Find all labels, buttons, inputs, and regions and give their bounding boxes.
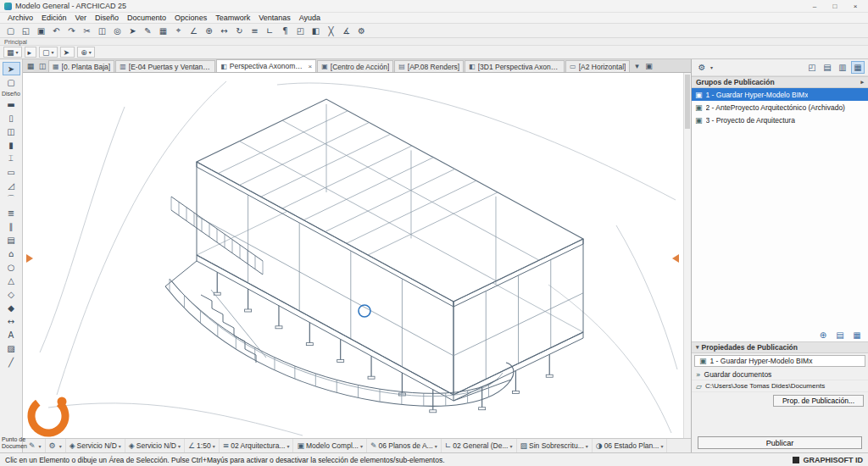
override-selector[interactable]: ▨Sin Sobrescritu...▾ [517, 439, 593, 452]
scale-selector[interactable]: ∠1:50▾ [185, 439, 220, 452]
popup-navigator-icon[interactable]: ▦ [25, 60, 36, 71]
close-button[interactable]: × [847, 3, 864, 10]
morph-tool-icon[interactable]: ◆ [3, 301, 20, 314]
drawing-canvas[interactable] [23, 73, 683, 438]
menu-item[interactable]: Ventanas [254, 14, 295, 22]
column-tool-icon[interactable]: ▮ [3, 138, 20, 152]
publisher-set-selector[interactable]: ▣ 1 - Guardar Hyper-Modelo BIMx [694, 355, 865, 367]
tab-perspectiva-axonometrica[interactable]: ◧Perspectiva Axonométrica ...× [216, 59, 316, 72]
shell-tool-icon[interactable]: ⌒ [3, 192, 20, 206]
add-set-icon[interactable]: ⊕ [816, 329, 830, 341]
orbit-icon[interactable]: ↻ [232, 25, 247, 37]
view-settings-icon[interactable]: ▦▾ [3, 47, 22, 58]
set-view-icon[interactable]: ▦ [850, 329, 864, 341]
project-map-icon[interactable]: ◰ [805, 61, 819, 74]
menu-item[interactable]: Documento [123, 14, 170, 22]
favorites-icon[interactable]: ✎▾ [25, 439, 46, 452]
menu-item[interactable]: Opciones [170, 14, 211, 22]
group-icon[interactable]: ◰ [293, 25, 308, 37]
zoom-mode-icon[interactable]: ⊕▾ [77, 47, 95, 58]
panel-menu-icon[interactable]: ⚙ [695, 61, 709, 74]
open-file-icon[interactable]: ◱ [19, 25, 33, 37]
publish-button[interactable]: Publicar [698, 436, 862, 449]
tab-3d-perspectiva[interactable]: ◧[3D1 Perspectiva Axonom... [465, 60, 565, 72]
menu-item[interactable]: Archivo [3, 14, 37, 22]
minimize-button[interactable]: – [806, 3, 823, 10]
tab-overflow-icon[interactable]: ▾ [631, 60, 643, 71]
lamp-tool-icon[interactable]: ○ [3, 260, 20, 274]
scrollbar-thumb[interactable] [685, 75, 690, 129]
layers-icon[interactable]: ≡ [248, 25, 262, 37]
fill-tool-icon[interactable]: ▨ [3, 341, 20, 355]
publisher-properties-header[interactable]: ▾ Propiedades de Publicación [692, 341, 868, 353]
undo-icon[interactable]: ↶ [49, 25, 64, 37]
boolean-icon[interactable]: ◧ [309, 25, 323, 37]
marquee-tool-icon[interactable]: ▢ [3, 75, 20, 89]
tab-a2-horizontal[interactable]: ▭[A2 Horizontal] [565, 60, 630, 72]
menu-item[interactable]: Ayuda [295, 14, 325, 22]
layer-combination-selector[interactable]: ≡02 Arquitectura...▾ [220, 439, 294, 452]
view-map-icon[interactable]: ▤ [821, 61, 834, 74]
tree-view-icon[interactable]: ◫ [36, 60, 48, 71]
trim-icon[interactable]: ╳ [324, 25, 338, 37]
run-icon[interactable]: ▸ [25, 47, 37, 58]
grid-icon[interactable]: ▦ [156, 25, 170, 37]
roof-tool-icon[interactable]: ◿ [3, 179, 20, 192]
options-icon[interactable]: ⚙ [354, 25, 369, 37]
marquee-mode-icon[interactable]: ▢▾ [39, 47, 58, 58]
save-icon[interactable]: ▣ [34, 25, 48, 37]
canvas-vertical-scrollbar[interactable] [683, 73, 691, 438]
tab-planta-baja[interactable]: ▦[0. Planta Baja] [48, 60, 114, 72]
publisher-set-1[interactable]: ▣1 - Guardar Hyper-Modelo BIMx [692, 88, 868, 101]
menu-item[interactable]: Edición [37, 14, 71, 22]
publisher-icon[interactable]: ▦ [851, 61, 865, 74]
redo-icon[interactable]: ↷ [64, 25, 79, 37]
label-icon[interactable]: ¶ [278, 25, 292, 37]
tab-close-icon[interactable]: × [309, 63, 313, 70]
new-file-icon[interactable]: ▢ [3, 25, 18, 37]
open-3d-window-icon[interactable]: ▣ [643, 60, 654, 71]
chevron-right-icon[interactable]: ▸ [860, 79, 864, 86]
tab-renders[interactable]: ▤[AP.08 Renders] [394, 60, 464, 72]
window-tool-icon[interactable]: ◫ [3, 125, 20, 138]
dimension-style-selector[interactable]: ∟02 General (De...▾ [442, 439, 517, 452]
text-tool-icon[interactable]: A [3, 328, 20, 341]
menu-item[interactable]: Ver [71, 14, 92, 22]
teamwork-receive-status[interactable]: ◈Servicio N/D▾ [125, 439, 185, 452]
publisher-set-2[interactable]: ▣2 - AnteProyecto Arquitectónico (Archiv… [692, 101, 868, 114]
measure-icon[interactable]: ∡ [339, 25, 353, 37]
arrow-tool-icon[interactable]: ➤ [3, 62, 20, 75]
arrow-mode-icon[interactable]: ➤ [60, 47, 75, 58]
tab-centro-accion[interactable]: ▣[Centro de Acción] [317, 60, 393, 72]
model-view-selector[interactable]: ▣Modelo Compl...▾ [293, 439, 366, 452]
menu-item[interactable]: Teamwork [211, 14, 254, 22]
menu-item[interactable]: Diseño [91, 14, 123, 22]
renovation-filter-selector[interactable]: ◑06 Estado Plan...▾ [593, 439, 668, 452]
zoom-icon[interactable]: ⊕ [202, 25, 216, 37]
curtain-wall-tool-icon[interactable]: ▤ [3, 233, 20, 247]
copy-icon[interactable]: ◫ [95, 25, 109, 37]
wall-tool-icon[interactable]: ▬ [3, 97, 20, 111]
stair-tool-icon[interactable]: ≣ [3, 206, 20, 219]
beam-tool-icon[interactable]: ⌶ [3, 152, 20, 165]
dimension-tool-icon[interactable]: ↔ [3, 314, 20, 328]
door-tool-icon[interactable]: ▯ [3, 111, 20, 125]
cut-icon[interactable]: ✂ [80, 25, 94, 37]
select-arrow-icon[interactable]: ➤ [125, 25, 140, 37]
guideline-icon[interactable]: ∠ [186, 25, 201, 37]
zone-tool-icon[interactable]: ◇ [3, 287, 20, 301]
pen-set-selector[interactable]: ✎06 Planos de A...▾ [367, 439, 442, 452]
line-tool-icon[interactable]: ╱ [3, 355, 20, 369]
snap-icon[interactable]: ⌖ [171, 25, 186, 37]
publisher-groups-header[interactable]: Grupos de Publicación ▸ [692, 76, 868, 88]
publishing-properties-button[interactable]: Prop. de Publicación... [773, 395, 864, 407]
tab-puertas-ventanas[interactable]: ▥[E-04 Puertas y Ventanas -... [115, 60, 215, 72]
dimension-icon[interactable]: ∟ [263, 25, 277, 37]
find-select-icon[interactable]: ◎ [110, 25, 125, 37]
set-properties-icon[interactable]: ▤ [833, 329, 847, 341]
maximize-button[interactable]: □ [826, 3, 843, 10]
pan-icon[interactable]: ↔ [217, 25, 231, 37]
publisher-set-3[interactable]: ▣3 - Proyecto de Arquitectura [692, 114, 868, 126]
slab-tool-icon[interactable]: ▭ [3, 165, 20, 179]
teamwork-send-status[interactable]: ◈Servicio N/D▾ [66, 439, 125, 452]
